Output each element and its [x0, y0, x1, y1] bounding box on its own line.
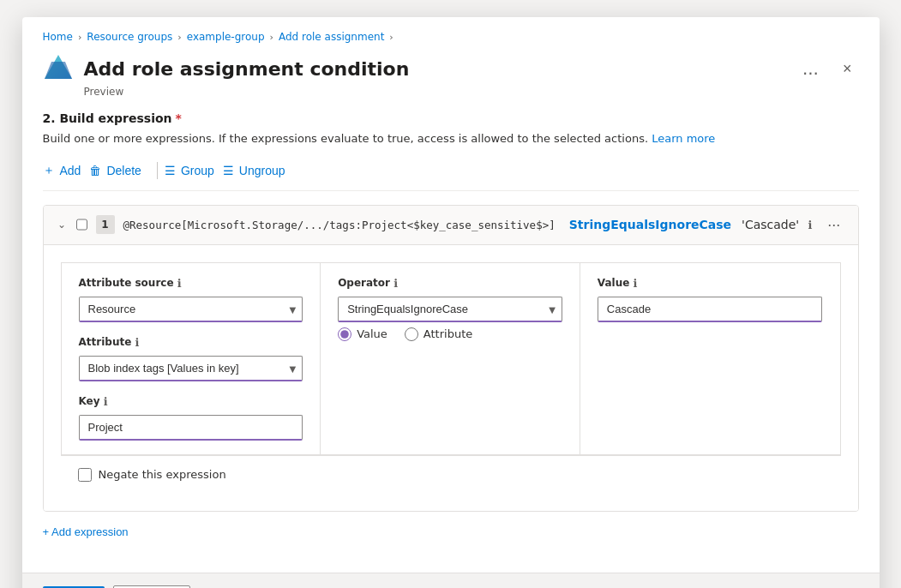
negate-checkbox[interactable]: [78, 468, 92, 482]
collapse-button[interactable]: ⌄: [56, 217, 68, 232]
expression-header: ⌄ 1 @Resource[Microsoft.Storage/.../tags…: [44, 206, 858, 245]
group-button[interactable]: ☰ Group: [165, 160, 223, 181]
expression-value-label: 'Cascade': [742, 218, 799, 231]
expression-operator-label: StringEqualsIgnoreCase: [569, 218, 731, 231]
close-button[interactable]: ×: [836, 57, 859, 81]
delete-button[interactable]: 🗑 Delete: [89, 160, 149, 181]
delete-icon: 🗑: [89, 164, 101, 177]
breadcrumb-sep2: ›: [177, 32, 181, 43]
operator-select[interactable]: StringEqualsIgnoreCase: [338, 297, 562, 322]
ungroup-icon: ☰: [223, 164, 234, 177]
breadcrumb: Home › Resource groups › example-group ›…: [43, 31, 859, 43]
ungroup-label: Ungroup: [239, 164, 285, 177]
breadcrumb-home[interactable]: Home: [43, 31, 73, 43]
breadcrumb-example-group[interactable]: example-group: [187, 31, 265, 43]
operator-label: Operator ℹ: [338, 277, 562, 290]
group-label: Group: [181, 164, 214, 177]
delete-label: Delete: [106, 164, 141, 177]
attribute-source-select[interactable]: Resource: [79, 297, 303, 322]
radio-attribute-input[interactable]: [405, 327, 418, 341]
attribute-source-label: Attribute source ℹ: [79, 277, 303, 290]
page-title: Add role assignment condition: [84, 58, 785, 80]
radio-attribute-label: Attribute: [423, 327, 472, 340]
expression-formula: @Resource[Microsoft.Storage/.../tags:Pro…: [123, 219, 556, 231]
modal-body: 2. Build expression * Build one or more …: [22, 111, 880, 573]
breadcrumb-sep3: ›: [270, 32, 273, 43]
title-ellipsis-btn[interactable]: ...: [796, 55, 826, 82]
operator-column: Operator ℹ StringEqualsIgnoreCase ▼: [321, 263, 580, 454]
negate-row: Negate this expression: [61, 455, 841, 494]
expression-ellipsis-button[interactable]: ···: [820, 214, 847, 236]
expression-info-icon[interactable]: ℹ: [808, 219, 812, 231]
ungroup-button[interactable]: ☰ Ungroup: [223, 160, 294, 181]
breadcrumb-sep1: ›: [78, 32, 81, 43]
title-row: Add role assignment condition ... ×: [43, 53, 859, 84]
toolbar: ＋ Add 🗑 Delete ☰ Group ☰ Ungroup: [43, 159, 859, 191]
key-label: Key ℹ: [79, 395, 303, 408]
radio-group: Value Attribute: [338, 327, 562, 341]
expression-fields: Attribute source ℹ Resource ▼ Attribute: [61, 262, 841, 455]
value-label: Value ℹ: [598, 277, 823, 290]
modal-container: Home › Resource groups › example-group ›…: [22, 17, 880, 588]
key-info-icon[interactable]: ℹ: [104, 395, 108, 408]
add-expression-row: + Add expression: [43, 522, 859, 542]
add-expression-button[interactable]: + Add expression: [43, 522, 129, 542]
section-description: Build one or more expressions. If the ex…: [43, 130, 859, 147]
radio-attribute-option[interactable]: Attribute: [405, 327, 472, 341]
expression-checkbox[interactable]: [76, 218, 87, 231]
modal-footer: Save Discard: [22, 573, 880, 589]
learn-more-link[interactable]: Learn more: [652, 132, 715, 145]
key-input[interactable]: [79, 415, 303, 441]
section-title: 2. Build expression *: [43, 111, 859, 125]
attribute-select[interactable]: Blob index tags [Values in key]: [79, 356, 303, 381]
attribute-select-wrapper: Blob index tags [Values in key] ▼: [79, 356, 303, 381]
attribute-source-select-wrapper: Resource ▼: [79, 297, 303, 322]
toolbar-separator: [157, 162, 158, 179]
azure-icon: [43, 53, 74, 84]
attribute-label: Attribute ℹ: [79, 336, 303, 349]
radio-value-label: Value: [357, 327, 387, 340]
value-input[interactable]: [598, 297, 823, 322]
breadcrumb-resource-groups[interactable]: Resource groups: [87, 31, 172, 43]
add-icon: ＋: [43, 163, 55, 178]
value-info-icon[interactable]: ℹ: [633, 277, 637, 290]
attribute-source-info-icon[interactable]: ℹ: [177, 277, 182, 290]
expression-number: 1: [96, 215, 115, 234]
expression-body: Attribute source ℹ Resource ▼ Attribute: [44, 245, 858, 511]
add-button[interactable]: ＋ Add: [43, 159, 90, 182]
add-label: Add: [60, 164, 81, 177]
breadcrumb-add-role-assignment[interactable]: Add role assignment: [279, 31, 384, 43]
section-title-text: 2. Build expression: [43, 111, 172, 125]
group-icon: ☰: [165, 164, 176, 177]
breadcrumb-sep4: ›: [389, 32, 393, 43]
attribute-source-column: Attribute source ℹ Resource ▼ Attribute: [62, 263, 321, 454]
attribute-info-icon[interactable]: ℹ: [135, 336, 139, 349]
modal-header: Home › Resource groups › example-group ›…: [22, 17, 880, 98]
radio-value-input[interactable]: [338, 327, 351, 341]
operator-info-icon[interactable]: ℹ: [393, 277, 398, 290]
operator-select-wrapper: StringEqualsIgnoreCase ▼: [338, 297, 562, 322]
preview-label: Preview: [84, 86, 859, 98]
svg-marker-1: [45, 62, 72, 79]
radio-value-option[interactable]: Value: [338, 327, 387, 341]
negate-label[interactable]: Negate this expression: [99, 468, 226, 481]
discard-button[interactable]: Discard: [113, 585, 189, 589]
expression-block: ⌄ 1 @Resource[Microsoft.Storage/.../tags…: [43, 205, 859, 512]
required-marker: *: [176, 111, 182, 125]
value-column: Value ℹ: [580, 263, 840, 454]
